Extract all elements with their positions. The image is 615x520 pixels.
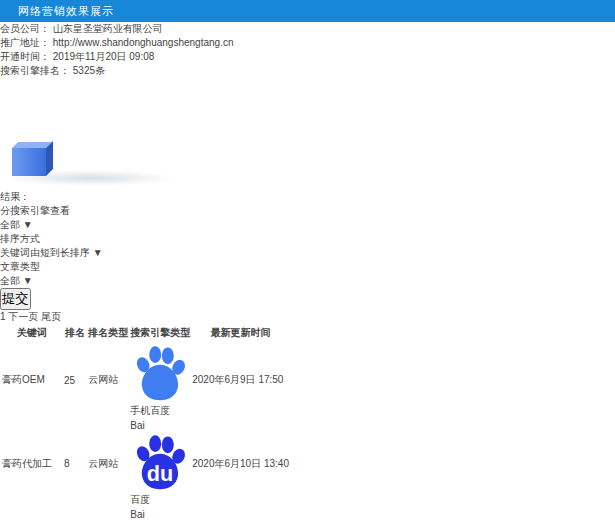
results-table: 关键词 排名 排名类型 搜索引擎类型 最新更新时间 膏药OEM 25 云网站 手… — [0, 324, 291, 520]
engine-view-select[interactable]: 全部 ▼ — [0, 218, 615, 232]
filter-bar: 结果： 分搜索引擎查看 全部 ▼ 排序方式 关键词由短到长排序 ▼ 文章类型 全… — [0, 190, 615, 310]
header-rank: 排名 — [64, 326, 86, 340]
baidu-logo: Bai du 百度 — [130, 420, 190, 505]
sort-selected: 关键词由短到长排序 — [0, 247, 90, 258]
table-header-row: 关键词 排名 排名类型 搜索引擎类型 最新更新时间 — [2, 326, 289, 340]
article-type-label: 文章类型 — [0, 261, 40, 272]
baidu-cn-text: 百度 — [130, 494, 150, 505]
bar-blue — [12, 148, 46, 176]
rank-link[interactable]: 25 — [64, 375, 75, 386]
filter-group: 分搜索引擎查看 全部 ▼ 排序方式 关键词由短到长排序 ▼ 文章类型 全部 ▼ … — [0, 204, 615, 310]
rank-type-cell: 云网站 — [88, 420, 128, 507]
header-rank-type: 排名类型 — [88, 326, 128, 340]
keyword-cell: 膏药代加工 — [2, 420, 62, 507]
engine-view-selected: 全部 — [0, 219, 20, 230]
next-page-button[interactable]: 下一页 — [8, 311, 38, 322]
table-row: 膏药代加工 8 云网站 Bai du 百度 2020年6月10日 13:40 — [2, 420, 289, 507]
baidu-paw-icon: du — [130, 431, 190, 491]
baidu-logo: Bai du 百度 — [130, 509, 190, 520]
rank-link[interactable]: 8 — [64, 458, 70, 469]
table-row: 膏药OEM 25 云网站 手机百度 2020年6月9日 17:50 — [2, 342, 289, 418]
svg-text:du: du — [147, 461, 173, 486]
chevron-down-icon: ▼ — [23, 275, 33, 286]
keyword-cell: OEM代加工 — [2, 509, 62, 520]
mobile-baidu-label: 手机百度 — [130, 405, 170, 416]
chart-illustration — [0, 28, 190, 186]
article-type-selected: 全部 — [0, 275, 20, 286]
header-updated: 最新更新时间 — [192, 326, 289, 340]
last-page-button[interactable]: 尾页 — [41, 311, 61, 322]
pagination: 1 下一页 尾页 — [0, 310, 615, 324]
page-title: 网络营销效果展示 — [0, 0, 615, 22]
rank-cell: 9 — [64, 509, 86, 520]
updated-cell: 2020年6月10日 13:40 — [192, 420, 289, 507]
result-label: 结果： — [0, 191, 30, 202]
keyword-cell: 膏药OEM — [2, 342, 62, 418]
sort-select[interactable]: 关键词由短到长排序 ▼ — [0, 246, 615, 260]
baidu-bai-text: Bai — [130, 509, 144, 520]
rank-type-cell: 云网站 — [88, 509, 128, 520]
baidu-bai-text: Bai — [130, 420, 144, 431]
submit-button[interactable]: 提交 — [0, 288, 31, 310]
updated-cell: 2020年6月9日 17:50 — [192, 342, 289, 418]
chevron-down-icon: ▼ — [93, 247, 103, 258]
rank-cell: 25 — [64, 342, 86, 418]
sort-label: 排序方式 — [0, 233, 40, 244]
info-section: 会员公司： 山东皇圣堂药业有限公司 推广地址： http://www.shand… — [0, 22, 615, 190]
engine-cell: 手机百度 — [130, 342, 190, 418]
rank-type-cell: 云网站 — [88, 342, 128, 418]
rank-cell: 8 — [64, 420, 86, 507]
header-engine-type: 搜索引擎类型 — [130, 326, 190, 340]
page-1-button[interactable]: 1 — [0, 311, 6, 322]
baidu-paw-icon — [130, 342, 190, 402]
bar-green — [46, 139, 73, 176]
article-type-select[interactable]: 全部 ▼ — [0, 274, 615, 288]
engine-cell: Bai du 百度 — [130, 420, 190, 507]
engine-cell: Bai du 百度 — [130, 509, 190, 520]
updated-cell: 2020年6月5日 14:57 — [192, 509, 289, 520]
header-keyword: 关键词 — [2, 326, 62, 340]
chevron-down-icon: ▼ — [23, 219, 33, 230]
engine-view-label: 分搜索引擎查看 — [0, 205, 70, 216]
mobile-baidu-badge: 手机百度 — [130, 393, 190, 416]
table-row: OEM代加工 9 云网站 Bai du 百度 2020年6月5日 14:57 — [2, 509, 289, 520]
